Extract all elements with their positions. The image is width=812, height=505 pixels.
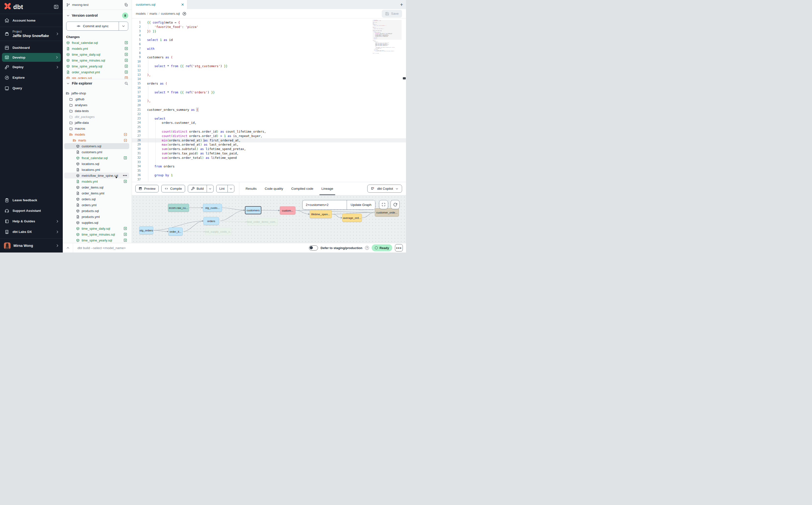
code-line-32[interactable]: 32 sum(orders.order_total) as lifetime_s… [132,156,406,160]
file-explorer-header[interactable]: File explorer [63,79,132,88]
sidebar-item-query[interactable]: Query [0,83,63,94]
tree-item-dbt-packages[interactable]: dbt_packages [64,114,129,120]
code-line-21[interactable]: 21customer_orders_summary as ( [132,108,406,112]
change-item-time-spine-minutes-sql[interactable]: time_spine_minutes.sql [66,57,128,63]
lineage-node-lifetime-spen[interactable]: lifetime_spen... [310,210,332,218]
fullscreen-button[interactable] [379,200,388,209]
code-line-8[interactable]: 8 [132,51,406,55]
tree-item-fiscal-calendar-sql[interactable]: fiscal_calendar.sql [64,155,129,161]
code-line-22[interactable]: 22 [132,112,406,117]
sidebar-item-help-guides[interactable]: Help & Guides [0,216,63,226]
lineage-node-stg-custo[interactable]: stg_custo... [203,204,222,212]
code-line-10[interactable]: 10 [132,59,406,64]
code-line-34[interactable]: 34 from orders [132,164,406,169]
code-line-28[interactable]: 28 min(orders.ordered_at) as first_order… [132,138,406,143]
code-line-26[interactable]: 26 count(distinct orders.order_id) as co… [132,130,406,134]
lineage-node-orders[interactable]: orders [203,217,219,225]
tree-item-github[interactable]: .github [64,96,129,102]
tree-item-models-yml[interactable]: models.yml [64,178,129,184]
lineage-node-stg-orders[interactable]: stg_orders [139,226,153,234]
search-icon[interactable] [124,81,128,85]
tree-item-macros[interactable]: macros [64,126,129,131]
tree-item-time-spine-daily-sql[interactable]: time_spine_daily.sql [64,225,129,231]
code-line-23[interactable]: 23 select [132,117,406,121]
scrollbar-thumb[interactable] [403,77,406,79]
version-control-header[interactable]: Version control 8 [63,10,132,21]
expand-command-bar-button[interactable] [63,243,73,252]
close-icon[interactable]: ✕ [181,2,184,7]
code-line-3[interactable]: 3}) }} [132,29,406,34]
lineage-node-order-it[interactable]: order_it... [168,227,183,235]
code-line-29[interactable]: 29 max(orders.ordered_at) as last_ordere… [132,142,406,147]
tab-results[interactable]: Results [246,182,257,195]
stage-change-button[interactable] [124,70,128,74]
tree-item-orders-yml[interactable]: orders.yml [64,202,129,208]
code-line-27[interactable]: 27 count(distinct orders.order_id) > 1 a… [132,134,406,138]
sidebar-item-support-assistant[interactable]: Support Assistant [0,205,63,216]
lineage-node-customer-orde[interactable]: customer_orde... [375,208,399,216]
tree-item-jaffle-data[interactable]: jaffle-data [64,120,129,126]
tree-item-marts[interactable]: marts [64,137,129,143]
tab-compiled-code[interactable]: Compiled code [291,182,313,195]
help-icon[interactable]: ? [365,246,369,250]
tree-item-customers-sql[interactable]: customers.sql [64,143,129,149]
file-options-button[interactable]: ••• [123,174,127,177]
code-line-33[interactable]: 33 [132,160,406,165]
tree-item-models[interactable]: models [64,131,129,137]
tree-item-customers-yml[interactable]: customers.yml [64,149,129,155]
stage-file-button[interactable] [123,232,127,236]
build-options-dropdown[interactable] [207,185,213,192]
lineage-node-test-order-items-com[interactable]: test_order_items_com... [247,218,278,225]
stage-change-button[interactable] [124,64,128,68]
compile-button[interactable]: Compile [161,185,185,192]
refresh-button[interactable] [390,200,399,209]
stage-change-button[interactable] [124,52,128,56]
lint-button[interactable]: Lint [216,185,234,192]
new-tab-button[interactable]: + [400,0,403,9]
save-button[interactable]: Save [382,10,402,18]
tree-item-products-sql[interactable]: products.sql [64,208,129,214]
code-line-5[interactable]: 5select 1 as id [132,38,406,42]
tree-item-jaffle-shop[interactable]: jaffle-shop [64,90,129,96]
tab-code-quality[interactable]: Code quality [265,182,283,195]
code-line-2[interactable]: 2 'favorite_food': 'pizza' [132,25,406,29]
change-item-order-snapshot-yml[interactable]: order_snapshot.yml [66,69,128,75]
collapse-sidebar-icon[interactable] [53,4,59,10]
copy-icon[interactable] [124,3,128,7]
code-line-15[interactable]: 15orders as ( [132,81,406,86]
sidebar-item-explore[interactable]: Explore [0,72,63,83]
stage-file-button[interactable] [123,238,127,242]
tree-item-time-spine-yearly-sql[interactable]: time_spine_yearly.sql [64,237,129,243]
tree-item-analyses[interactable]: analyses [64,102,129,108]
commit-options-dropdown[interactable] [119,22,128,30]
dbt-command-input[interactable] [73,246,309,250]
sidebar-item-dbt-labs-dx[interactable]: dbt Labs DX [0,226,63,237]
sidebar-item-dashboard[interactable]: Dashboard [0,42,63,53]
lineage-search-input[interactable] [303,200,347,209]
lineage-node-customers[interactable]: customers [245,206,261,214]
tree-item-orders-sql[interactable]: orders.sql [64,196,129,202]
lineage-node-ecom-raw-cu[interactable]: ecom.raw_cu... [168,204,189,212]
code-line-7[interactable]: 7with [132,46,406,51]
tree-item-locations-sql[interactable]: locations.sql [64,161,129,167]
more-options-button[interactable]: ●●● [395,244,403,251]
code-line-35[interactable]: 35 [132,169,406,173]
stage-change-button[interactable] [124,46,128,50]
build-button[interactable]: Build [188,185,213,192]
code-line-20[interactable]: 20 [132,103,406,108]
change-item-fiscal-calendar-sql[interactable]: fiscal_calendar.sql [66,40,128,46]
lineage-node-test-supply-costs-s[interactable]: test_supply_costs_s... [205,228,231,235]
code-line-16[interactable]: 16 [132,86,406,90]
code-line-19[interactable]: 19), [132,99,406,103]
code-line-18[interactable]: 18 [132,95,406,99]
code-line-12[interactable]: 12 [132,68,406,73]
sidebar-item-deploy[interactable]: Deploy [0,62,63,72]
sidebar-item-develop[interactable]: Develop [2,53,61,62]
breadcrumb-segment[interactable]: customers.sql [161,12,180,15]
stage-change-button[interactable] [124,41,128,45]
sidebar-item-account-home[interactable]: Account home [0,14,63,27]
commit-and-sync-button[interactable]: Commit and sync [66,22,128,31]
tree-item-time-spine-minutes-sql[interactable]: time_spine_minutes.sql [64,231,129,237]
tab-lineage[interactable]: Lineage [321,182,333,195]
tree-item-products-yml[interactable]: products.yml [64,214,129,220]
